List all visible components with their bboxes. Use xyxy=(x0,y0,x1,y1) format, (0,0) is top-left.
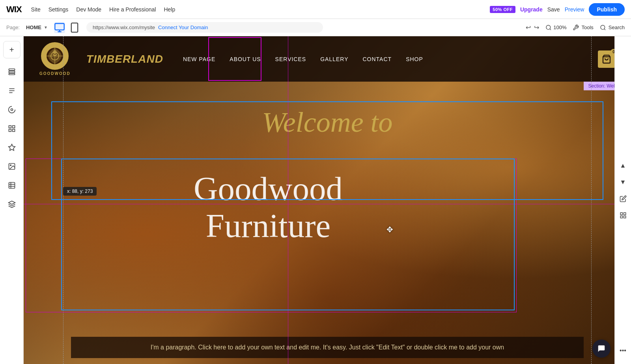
svg-rect-9 xyxy=(9,69,15,71)
url-bar[interactable]: https://www.wix.com/mysite Connect Your … xyxy=(86,22,323,33)
site-logo-text: GOODWOOD xyxy=(39,71,71,76)
url-text: https://www.wix.com/mysite xyxy=(93,24,155,30)
tools-button[interactable]: Tools xyxy=(573,24,593,31)
site-brand: TIMBERLAND xyxy=(86,53,163,65)
nav-help[interactable]: Help xyxy=(164,6,175,13)
hero-main-text[interactable]: Goodwood Furniture xyxy=(24,170,513,244)
grid-icon[interactable] xyxy=(616,208,630,222)
undo-icon[interactable]: ↩ xyxy=(526,24,531,31)
address-bar: Page: HOME ▼ https://www.wix.com/mysite … xyxy=(0,19,631,36)
nav-hire[interactable]: Hire a Professional xyxy=(109,6,156,13)
nav-gallery[interactable]: GALLERY xyxy=(320,56,348,62)
nav-services[interactable]: SERVICES xyxy=(275,56,306,62)
save-button[interactable]: Save xyxy=(547,6,560,13)
svg-marker-26 xyxy=(8,201,15,204)
add-element-button[interactable]: + xyxy=(3,41,21,58)
nav-contact[interactable]: CONTACT xyxy=(363,56,392,62)
svg-rect-36 xyxy=(624,216,625,218)
more-options-icon[interactable]: ••• xyxy=(616,343,630,358)
top-bar-nav: Site Settings Dev Mode Hire a Profession… xyxy=(31,6,175,13)
page-name: HOME xyxy=(26,24,41,30)
upgrade-link[interactable]: Upgrade xyxy=(520,6,543,13)
nav-shop[interactable]: Shop xyxy=(406,56,423,62)
svg-point-5 xyxy=(546,25,551,30)
canvas-area[interactable]: GOODWOOD TIMBERLAND New Page ABOUT US SE… xyxy=(24,36,631,364)
table-icon[interactable] xyxy=(3,177,21,194)
hero-welcome-text[interactable]: Welcome to xyxy=(24,105,631,139)
dashed-right-guide xyxy=(591,36,592,364)
plugins-icon[interactable] xyxy=(3,139,21,156)
chevron-down-icon: ▼ xyxy=(44,25,48,30)
svg-point-7 xyxy=(601,25,605,30)
search-label: Search xyxy=(609,24,625,30)
right-panel: ▲ ▼ ••• xyxy=(614,36,631,364)
svg-rect-33 xyxy=(620,213,622,215)
text-icon[interactable] xyxy=(3,82,21,99)
scroll-down-icon[interactable]: ▼ xyxy=(616,175,630,189)
cart-area[interactable]: 0 xyxy=(598,50,615,68)
device-icons xyxy=(54,22,80,33)
coord-tooltip: x: 88, y: 273 xyxy=(63,187,97,196)
sections-icon[interactable] xyxy=(3,63,21,80)
site-logo-area: GOODWOOD xyxy=(39,42,71,76)
publish-button[interactable]: Publish xyxy=(589,3,625,16)
desktop-icon[interactable] xyxy=(54,22,65,33)
nav-settings[interactable]: Settings xyxy=(49,6,69,13)
mobile-icon[interactable] xyxy=(69,22,80,33)
page-selector[interactable]: HOME ▼ xyxy=(26,24,48,30)
top-bar: WIX Site Settings Dev Mode Hire a Profes… xyxy=(0,0,631,19)
chat-bubble[interactable] xyxy=(592,340,610,358)
svg-marker-19 xyxy=(8,144,15,151)
svg-point-31 xyxy=(53,50,57,54)
top-bar-right: 50% OFF Upgrade Save Preview Publish xyxy=(490,3,625,16)
svg-line-6 xyxy=(550,29,551,30)
media-icon[interactable] xyxy=(3,158,21,175)
svg-rect-10 xyxy=(9,71,15,73)
svg-rect-34 xyxy=(624,213,625,215)
wix-logo: WIX xyxy=(6,4,22,15)
svg-rect-15 xyxy=(9,126,11,128)
hero-paragraph[interactable]: I'm a paragraph. Click here to add your … xyxy=(71,337,584,358)
svg-rect-18 xyxy=(12,129,15,132)
svg-rect-35 xyxy=(620,216,622,218)
website-preview: GOODWOOD TIMBERLAND New Page ABOUT US SE… xyxy=(24,36,631,364)
search-button[interactable]: Search xyxy=(600,24,625,31)
nav-site[interactable]: Site xyxy=(31,6,41,13)
nav-about-us[interactable]: ABOUT US xyxy=(230,56,261,62)
site-header: GOODWOOD TIMBERLAND New Page ABOUT US SE… xyxy=(24,36,631,82)
preview-button[interactable]: Preview xyxy=(565,6,584,13)
site-logo xyxy=(41,42,69,70)
scroll-up-icon[interactable]: ▲ xyxy=(616,159,630,173)
address-bar-right: ↩ ↪ 100% Tools Search xyxy=(526,24,625,31)
undo-redo: ↩ ↪ xyxy=(526,24,539,31)
svg-rect-3 xyxy=(71,23,78,32)
paint-icon[interactable] xyxy=(3,101,21,118)
edit-icon[interactable] xyxy=(616,192,630,206)
svg-rect-17 xyxy=(9,129,11,132)
upgrade-badge: 50% OFF xyxy=(490,6,515,13)
dashed-left-guide xyxy=(63,36,63,364)
page-label: Page: xyxy=(6,24,20,30)
left-sidebar: + xyxy=(0,36,24,364)
zoom-level: 100% xyxy=(553,24,566,30)
svg-line-8 xyxy=(604,29,605,30)
connect-domain-link[interactable]: Connect Your Domain xyxy=(158,24,208,30)
main-area: + xyxy=(0,36,631,364)
apps-icon[interactable] xyxy=(3,120,21,137)
svg-point-21 xyxy=(10,165,11,166)
svg-rect-16 xyxy=(12,126,15,128)
svg-rect-0 xyxy=(55,23,64,30)
redo-icon[interactable]: ↪ xyxy=(534,24,539,31)
svg-rect-11 xyxy=(9,73,15,75)
nav-devmode[interactable]: Dev Mode xyxy=(76,6,101,13)
zoom-control[interactable]: 100% xyxy=(545,24,566,31)
nav-new-page[interactable]: New Page xyxy=(183,56,215,62)
tools-label: Tools xyxy=(581,24,593,30)
svg-rect-22 xyxy=(9,183,15,189)
layers-icon[interactable] xyxy=(3,196,21,213)
site-nav: New Page ABOUT US SERVICES GALLERY CONTA… xyxy=(183,56,598,62)
